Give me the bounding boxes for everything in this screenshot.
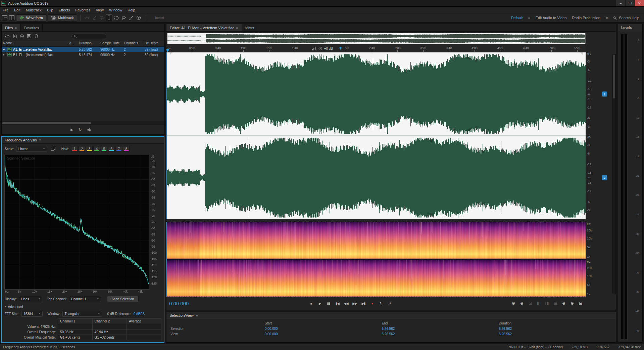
channel-badge-1[interactable]: 1 bbox=[602, 92, 607, 97]
fast-forward-button[interactable]: ▶▶ bbox=[351, 300, 358, 307]
selection-handle-left[interactable] bbox=[170, 52, 172, 55]
zoom-reset-button[interactable]: ⊞ bbox=[552, 300, 559, 307]
preview-play-button[interactable]: ▶ bbox=[70, 128, 73, 132]
workspace-overflow-button[interactable]: » bbox=[606, 15, 608, 20]
files-column-duration[interactable]: Duration bbox=[78, 41, 99, 46]
hold-button-2[interactable]: 2 bbox=[79, 146, 85, 152]
tab-favorites[interactable]: Favorites bbox=[20, 24, 43, 31]
overview-strip[interactable] bbox=[167, 33, 586, 44]
menu-file[interactable]: File bbox=[0, 7, 11, 13]
zoom-full-button[interactable]: ⊟ bbox=[577, 300, 584, 307]
open-file-icon[interactable] bbox=[5, 34, 10, 38]
tab-files[interactable]: Files ≡ bbox=[2, 24, 20, 31]
vertical-scrollbar[interactable] bbox=[612, 54, 616, 294]
hold-button-8[interactable]: 8 bbox=[123, 146, 130, 152]
frequency-graph[interactable]: Scanned Selection bbox=[4, 155, 149, 290]
lasso-selection-tool-icon[interactable] bbox=[120, 14, 127, 21]
expander-icon[interactable]: ▶ bbox=[3, 48, 6, 51]
extract-audio-icon[interactable] bbox=[20, 34, 24, 38]
pin-icon[interactable] bbox=[339, 47, 342, 50]
menu-multitrack[interactable]: Multitrack bbox=[23, 7, 44, 13]
hud-gain-value[interactable]: +0 dB bbox=[324, 47, 333, 50]
hold-button-3[interactable]: 3 bbox=[86, 146, 93, 152]
workspace-radio-production[interactable]: Radio Production bbox=[572, 16, 600, 20]
paintbrush-selection-tool-icon[interactable] bbox=[128, 14, 135, 21]
playhead[interactable] bbox=[166, 222, 167, 297]
menu-edit[interactable]: Edit bbox=[11, 7, 23, 13]
hold-button-1[interactable]: 1 bbox=[71, 146, 78, 152]
slip-tool-icon[interactable] bbox=[98, 14, 105, 21]
auto-play-icon[interactable] bbox=[87, 128, 92, 132]
files-column-bit-depth[interactable]: Bit Depth bbox=[143, 41, 164, 46]
zoom-in-right-button[interactable]: ◨ bbox=[543, 300, 551, 307]
files-search-input[interactable] bbox=[71, 34, 106, 39]
time-selection-tool-icon[interactable] bbox=[106, 14, 112, 21]
advanced-toggle[interactable]: ▾ Advanced bbox=[2, 304, 164, 310]
search-help[interactable]: Search Help bbox=[613, 16, 639, 20]
file-row[interactable]: ▶B1. Ei ...(Instrumental).flac5:46.47496… bbox=[2, 52, 164, 57]
selection-value[interactable]: 0:00.000 bbox=[263, 326, 380, 331]
spectrogram-canvas[interactable] bbox=[166, 222, 586, 297]
waveform-view-button[interactable]: Waveform bbox=[16, 14, 46, 21]
waveform-canvas[interactable] bbox=[166, 52, 586, 219]
files-column-sample-rate[interactable]: Sample Rate bbox=[99, 41, 122, 46]
db-reference-value[interactable]: 0 dBFS bbox=[134, 312, 145, 316]
menu-effects[interactable]: Effects bbox=[56, 7, 72, 13]
tab-editor[interactable]: Editor: A1. Ei Mori - Vetettem Violat.fl… bbox=[166, 24, 242, 31]
menu-clip[interactable]: Clip bbox=[44, 7, 56, 13]
levels-meter[interactable]: 0-3-6-9-12-15-18-21-24-27-30-33-36-39-42… bbox=[620, 33, 641, 341]
selection-value[interactable]: 5:26.562 bbox=[497, 331, 614, 337]
import-file-icon[interactable] bbox=[13, 34, 17, 38]
panel-menu-icon[interactable]: ≡ bbox=[15, 26, 17, 30]
hud[interactable]: +0 dB bbox=[309, 45, 345, 52]
zoom-in-left-button[interactable]: ◧ bbox=[535, 300, 542, 307]
marquee-selection-tool-icon[interactable] bbox=[113, 14, 120, 21]
panel-menu-icon[interactable]: ≡ bbox=[236, 26, 238, 30]
pause-button[interactable]: ▮▮ bbox=[325, 300, 332, 307]
display-dropdown[interactable]: Lines ▾ bbox=[19, 296, 42, 302]
menu-favorites[interactable]: Favorites bbox=[72, 7, 93, 13]
fft-size-dropdown[interactable]: 16384 ▾ bbox=[21, 311, 43, 317]
workspace-menu-icon[interactable]: ≡ bbox=[528, 16, 530, 20]
panel-columns-icon[interactable] bbox=[9, 15, 14, 20]
zoom-in-time-button[interactable]: ⊕ bbox=[560, 300, 567, 307]
hold-button-4[interactable]: 4 bbox=[93, 146, 100, 152]
files-column-channels[interactable]: Channels bbox=[122, 41, 143, 46]
scale-dropdown[interactable]: Linear ▾ bbox=[16, 146, 47, 152]
timeline-ruler[interactable]: ns 0:200:401:001:201:402:002:202:403:003… bbox=[166, 45, 586, 52]
zoom-in-button[interactable]: ⊕ bbox=[510, 300, 517, 307]
expander-icon[interactable]: ▶ bbox=[3, 53, 6, 56]
selection-value[interactable]: 5:26.562 bbox=[380, 326, 497, 331]
files-horizontal-scrollbar[interactable] bbox=[2, 121, 164, 125]
zoom-out-button[interactable]: ⊖ bbox=[518, 300, 526, 307]
preview-loop-button[interactable]: ↻ bbox=[79, 128, 82, 132]
scrollbar-thumb[interactable] bbox=[2, 122, 91, 124]
skip-to-start-button[interactable]: ▮◀ bbox=[334, 300, 341, 307]
move-tool-icon[interactable] bbox=[84, 14, 90, 21]
menu-help[interactable]: Help bbox=[125, 7, 138, 13]
save-icon[interactable] bbox=[27, 34, 31, 38]
time-display[interactable]: 0:00.000 bbox=[166, 301, 224, 306]
minimize-button[interactable]: – bbox=[616, 0, 625, 6]
multitrack-view-button[interactable]: Multitrack bbox=[48, 14, 77, 21]
close-button[interactable]: ✕ bbox=[635, 0, 644, 6]
frequency-graph-canvas[interactable] bbox=[5, 155, 149, 289]
zoom-out-time-button[interactable]: ⊖ bbox=[568, 300, 576, 307]
skip-selection-button[interactable]: ⇄ bbox=[386, 300, 393, 307]
skip-to-end-button[interactable]: ▶▮ bbox=[360, 300, 367, 307]
window-dropdown[interactable]: Triangular ▾ bbox=[62, 311, 102, 317]
delete-icon[interactable] bbox=[34, 34, 38, 38]
rewind-button[interactable]: ◀◀ bbox=[342, 300, 350, 307]
selection-value[interactable]: 5:26.562 bbox=[497, 326, 614, 331]
selection-value[interactable]: 5:26.562 bbox=[380, 331, 497, 337]
spectrogram-display[interactable] bbox=[166, 222, 586, 297]
selection-handle-right[interactable] bbox=[580, 52, 583, 55]
razor-tool-icon[interactable] bbox=[91, 14, 98, 21]
tab-mixer[interactable]: Mixer bbox=[242, 24, 258, 31]
menu-window[interactable]: Window bbox=[106, 7, 125, 13]
record-button[interactable]: ● bbox=[368, 300, 376, 307]
workspace-default[interactable]: Default bbox=[511, 16, 523, 20]
play-button[interactable]: ▶ bbox=[316, 300, 324, 307]
channel-badge-2[interactable]: 2 bbox=[602, 175, 607, 180]
selection-value[interactable]: 0:00.000 bbox=[263, 331, 380, 337]
